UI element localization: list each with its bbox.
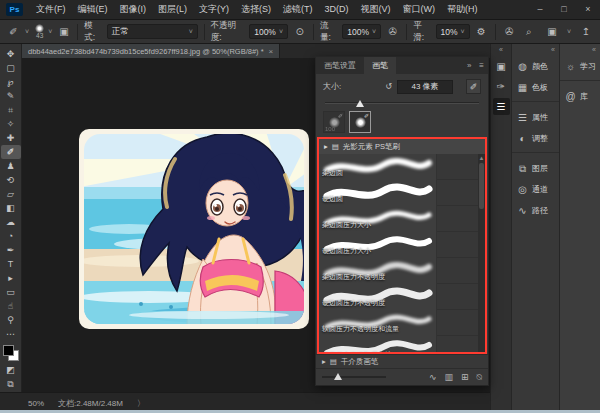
stroke-preview-toggle-icon[interactable]: ∿ [429, 372, 437, 383]
panel-learn[interactable]: ☼ 学习 [560, 56, 600, 77]
brush-settings-panel-icon[interactable]: ✑ [493, 78, 510, 95]
brush-tool[interactable]: ✐ [1, 145, 21, 159]
collapse-dock-icon[interactable]: « [560, 46, 600, 56]
panel-layers[interactable]: ⧉ 图层 [512, 158, 559, 179]
foreground-color-swatch[interactable] [3, 345, 14, 356]
menu-type[interactable]: 文字(Y) [193, 0, 235, 19]
eraser-tool[interactable]: ▱ [1, 187, 21, 201]
menu-select[interactable]: 选择(S) [235, 0, 277, 19]
minimize-button[interactable]: – [528, 0, 552, 19]
flow-field[interactable]: 100% ˅ [342, 24, 381, 39]
maximize-button[interactable]: □ [552, 0, 576, 19]
brushes-panel-icon[interactable]: ☰ [493, 98, 510, 115]
panel-menu-icon[interactable]: ≡ [475, 57, 488, 74]
zoom-tool[interactable]: ⚲ [1, 313, 21, 327]
scrollbar-thumb[interactable] [479, 163, 484, 209]
eyedropper-tool[interactable]: ✧ [1, 117, 21, 131]
clone-stamp-tool[interactable]: ♟ [1, 159, 21, 173]
brush-item[interactable]: 硬圆压力不透明度和流量 [319, 336, 485, 354]
menu-3d[interactable]: 3D(D) [319, 0, 355, 19]
brush-item[interactable]: 柔边圆 [319, 154, 485, 180]
menu-window[interactable]: 窗口(W) [397, 0, 442, 19]
dodge-tool[interactable]: ◔ [1, 229, 21, 243]
panel-properties[interactable]: ☰ 属性 [512, 107, 559, 128]
airbrush-icon[interactable]: ✇ [385, 24, 400, 40]
healing-brush-tool[interactable]: ✚ [1, 131, 21, 145]
document-image[interactable] [79, 129, 309, 329]
panel-paths[interactable]: ∿ 路径 [512, 200, 559, 221]
opacity-field[interactable]: 100% ˅ [249, 24, 288, 39]
chevron-down-icon[interactable]: ˅ [567, 28, 571, 35]
close-tab-icon[interactable]: × [269, 47, 274, 56]
tab-brush-settings[interactable]: 画笔设置 [316, 57, 364, 74]
new-group-icon[interactable]: ▥ [445, 372, 454, 383]
path-selection-tool[interactable]: ▸ [1, 271, 21, 285]
lasso-tool[interactable]: ℘ [1, 75, 21, 89]
chevron-down-icon[interactable]: ˅ [48, 28, 52, 35]
zoom-level[interactable]: 50% [28, 399, 44, 408]
quick-selection-tool[interactable]: ✎ [1, 89, 21, 103]
brush-group-header[interactable]: ▸ ▤ 光影元素 PS笔刷 [319, 139, 485, 154]
collapse-dock-icon[interactable]: « [512, 46, 559, 56]
collapse-dock-icon[interactable]: « [499, 46, 503, 55]
scroll-up-icon[interactable]: ▲ [478, 154, 485, 162]
opacity-pressure-icon[interactable]: ⊙ [292, 24, 307, 40]
new-brush-icon[interactable]: ⊞ [461, 372, 469, 383]
search-icon[interactable]: ⌕ [521, 24, 537, 40]
document-tab[interactable]: dbb44aed2e738bd474b739db15ce5fd9267ff918… [22, 44, 280, 58]
color-swatches[interactable] [3, 345, 19, 361]
hand-tool[interactable]: ☝ [1, 299, 21, 313]
toggle-brush-panel-icon[interactable]: ▣ [56, 24, 71, 40]
screen-mode-icon[interactable]: ⧉ [1, 377, 21, 391]
menu-edit[interactable]: 编辑(E) [72, 0, 114, 19]
type-tool[interactable]: T [1, 257, 21, 271]
tablet-pressure-icon[interactable]: ✇ [502, 24, 517, 40]
brush-list-scrollbar[interactable]: ▲ [478, 154, 485, 352]
close-button[interactable]: × [576, 0, 600, 19]
reset-size-icon[interactable]: ↺ [385, 82, 392, 91]
share-icon[interactable]: ↥ [578, 24, 594, 40]
brush-item[interactable]: 硬边圆压力不透明度 [319, 284, 485, 310]
recent-brush-item-selected[interactable]: ✐ [349, 111, 371, 133]
chevron-down-icon[interactable]: ˅ [25, 28, 29, 35]
menu-image[interactable]: 图像(I) [114, 0, 153, 19]
brush-item[interactable]: 硬边圆压力大小 [319, 232, 485, 258]
delete-brush-icon[interactable]: ⍉ [477, 372, 482, 383]
history-brush-tool[interactable]: ⟲ [1, 173, 21, 187]
marquee-tool[interactable]: ▢ [1, 61, 21, 75]
slider-thumb[interactable] [356, 100, 364, 107]
menu-layer[interactable]: 图层(L) [152, 0, 193, 19]
blur-tool[interactable]: ☁ [1, 215, 21, 229]
current-tool-brush-icon[interactable]: ✐ [6, 24, 21, 40]
panel-channels[interactable]: ◎ 通道 [512, 179, 559, 200]
size-value-field[interactable]: 43 像素 [397, 80, 453, 94]
panel-colors[interactable]: ◍ 颜色 [512, 56, 559, 77]
workspace-switcher-icon[interactable]: ▣ [544, 24, 560, 40]
clone-source-panel-icon[interactable]: ▣ [493, 58, 510, 75]
menu-help[interactable]: 帮助(H) [441, 0, 484, 19]
brush-item[interactable]: 柔边圆压力大小 [319, 206, 485, 232]
size-slider[interactable] [325, 99, 479, 107]
brush-item[interactable]: 软圆压力不透明度和流量 [319, 310, 485, 336]
panel-swatches[interactable]: ▦ 色板 [512, 77, 559, 98]
quick-mask-icon[interactable]: ◩ [1, 363, 21, 377]
collapse-panel-icon[interactable]: » [463, 57, 475, 74]
gradient-tool[interactable]: ◧ [1, 201, 21, 215]
menu-view[interactable]: 视图(V) [355, 0, 397, 19]
smoothing-gear-icon[interactable]: ⚙ [474, 24, 489, 40]
brush-group-collapsed[interactable]: ▸ ▤ 干介质画笔 [316, 354, 488, 368]
brush-item[interactable]: 柔边圆压力不透明度 [319, 258, 485, 284]
status-chevron-icon[interactable]: 〉 [137, 398, 145, 409]
pen-tool[interactable]: ✒ [1, 243, 21, 257]
mode-select[interactable]: 正常 ˅ [107, 24, 198, 39]
tab-brushes[interactable]: 画笔 [364, 57, 396, 74]
crop-tool[interactable]: ⌗ [1, 103, 21, 117]
menu-file[interactable]: 文件(F) [30, 0, 72, 19]
panel-adjustments[interactable]: ◐ 调整 [512, 128, 559, 149]
recent-brush-item[interactable]: ✐ 100 [323, 111, 345, 133]
thumbnail-size-slider[interactable] [322, 373, 386, 381]
pen-pressure-toggle[interactable]: ✐ [466, 79, 481, 94]
move-tool[interactable]: ✥ [1, 47, 21, 61]
smoothing-field[interactable]: 10% ˅ [436, 24, 470, 39]
menu-filter[interactable]: 滤镜(T) [277, 0, 319, 19]
